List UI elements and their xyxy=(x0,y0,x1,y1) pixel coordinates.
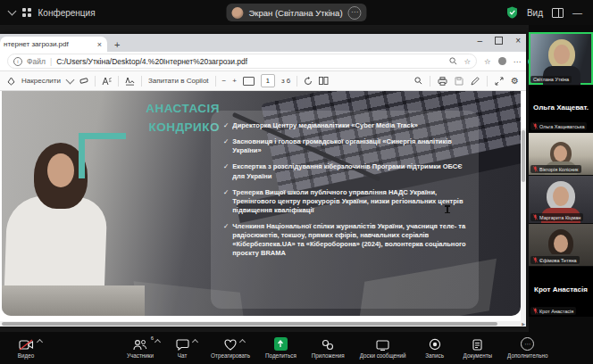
active-share-pill[interactable]: Экран (Світлана Уткіна) ⋯ xyxy=(226,4,366,21)
bio-bullet: ✓Засновниця і голова громадської організ… xyxy=(223,137,466,155)
record-icon xyxy=(429,338,441,351)
vertical-scroll-thumb[interactable] xyxy=(522,130,525,182)
heart-react-icon xyxy=(224,339,237,351)
share-screen-icon xyxy=(274,337,288,351)
mic-muted-icon xyxy=(533,123,538,129)
mic-muted-icon xyxy=(533,166,538,172)
check-icon: ✓ xyxy=(223,137,229,155)
participant-tile[interactable]: Крот Анастасія Крот Анастасія xyxy=(529,267,593,317)
fullscreen-icon[interactable] xyxy=(495,77,504,86)
participant-nametag: Світлана Уткіна xyxy=(530,76,572,83)
participant-tile[interactable]: Світлана Уткіна xyxy=(529,32,593,85)
pdf-settings-gear-icon[interactable]: ⚙ xyxy=(511,76,519,86)
page-view-icon[interactable] xyxy=(319,77,329,85)
highlight-text-icon[interactable] xyxy=(125,77,135,86)
bio-card: ✓Директорка Центру медіааналітики «Cyber… xyxy=(211,111,479,309)
print-icon[interactable] xyxy=(438,77,447,86)
slide-title: АНАСТАСІЯ КОНДРИКО xyxy=(88,100,220,137)
react-button[interactable]: Отреагировать xyxy=(211,337,250,359)
apps-button[interactable]: Приложения xyxy=(312,337,345,359)
video-options-chevron[interactable] xyxy=(36,339,42,345)
rotate-icon[interactable] xyxy=(304,77,313,86)
annotate-icon[interactable] xyxy=(471,77,480,86)
vertical-scrollbar[interactable] xyxy=(521,128,526,321)
document-icon xyxy=(472,339,482,351)
check-icon: ✓ xyxy=(223,162,229,180)
check-icon: ✓ xyxy=(223,222,229,259)
view-layout-icon[interactable] xyxy=(552,8,564,18)
share-screen-button[interactable]: Поделиться xyxy=(265,337,296,359)
participants-button[interactable]: 6 Участники xyxy=(127,337,154,359)
mic-muted-icon xyxy=(533,214,538,220)
react-options-chevron[interactable] xyxy=(239,339,246,345)
window-close-button[interactable]: × xyxy=(515,36,521,46)
search-icon[interactable] xyxy=(449,57,457,65)
pdf-toolbar: Накреслити Запитати в Copilot − + 1 з 6 xyxy=(0,71,526,91)
chat-options-chevron[interactable] xyxy=(192,339,198,345)
pen-nib-icon[interactable] xyxy=(7,77,15,86)
participant-nametag: Маргарита Кіцман xyxy=(530,213,583,221)
check-icon: ✓ xyxy=(223,121,229,130)
docs-button[interactable]: Документы xyxy=(464,337,492,359)
browser-tab-pdf[interactable]: нтернет загрози.pdf × xyxy=(0,37,107,52)
whiteboard-icon xyxy=(376,340,389,351)
url-field[interactable]: i Файл | C:/Users/Уткіна/Desktop/4.%20Ін… xyxy=(7,54,477,69)
participants-count-badge: 6 xyxy=(151,335,154,341)
horizontal-scroll-thumb[interactable] xyxy=(2,322,497,326)
pdf-search-icon[interactable] xyxy=(414,77,422,85)
participant-tile[interactable]: Ольга Хащеват. Ольга Хащеватська xyxy=(529,86,593,132)
bio-bullet: ✓Членкиня Національної спілки журналісті… xyxy=(223,222,466,259)
chat-button[interactable]: Чат xyxy=(169,337,196,359)
participant-tile[interactable]: Вікторія Колісник xyxy=(529,133,593,175)
participant-display-name: Крот Анастасія xyxy=(529,285,593,294)
share-pill-more-icon[interactable]: ⋯ xyxy=(348,6,362,20)
tab-close-icon[interactable]: × xyxy=(97,40,102,49)
participant-tile[interactable]: Маргарита Кіцман xyxy=(529,176,593,223)
page-number-input[interactable]: 1 xyxy=(261,74,275,87)
apps-icon xyxy=(322,339,334,351)
video-off-icon xyxy=(19,339,34,351)
browser-menu-icon[interactable]: ⋯ xyxy=(514,57,522,66)
read-aloud-icon[interactable] xyxy=(102,77,112,86)
security-shield-icon[interactable] xyxy=(506,6,518,19)
participant-tile[interactable]: Єфімова Тетяна xyxy=(529,224,593,266)
draw-button[interactable]: Накреслити xyxy=(21,77,61,85)
more-ellipsis-icon: ⋯ xyxy=(521,337,534,351)
scroll-right-arrow-icon[interactable]: ▶ xyxy=(522,321,525,327)
favorite-star-icon[interactable]: ☆ xyxy=(464,57,471,66)
participant-display-name: Ольга Хащеват. xyxy=(529,103,593,112)
window-minimize-button[interactable]: – xyxy=(478,36,483,46)
minimize-meeting-button[interactable]: — xyxy=(572,7,582,18)
view-menu[interactable]: Вид xyxy=(527,8,543,18)
new-tab-button[interactable]: + xyxy=(114,39,120,50)
meeting-app-menu[interactable]: Конференция xyxy=(38,8,96,18)
avatar xyxy=(231,7,243,19)
check-icon: ✓ xyxy=(223,188,229,215)
save-icon[interactable] xyxy=(455,77,464,86)
participants-options-chevron[interactable] xyxy=(155,339,161,345)
mic-muted-icon xyxy=(533,308,538,314)
draw-dropdown-icon[interactable] xyxy=(65,75,74,84)
fit-to-page-icon[interactable] xyxy=(243,77,255,86)
zoom-in-button[interactable]: + xyxy=(232,77,237,85)
window-restore-button[interactable] xyxy=(495,37,503,45)
participant-nametag: Ольга Хащеватська xyxy=(530,122,587,130)
more-button[interactable]: ⋯ Дополнительно xyxy=(507,337,547,359)
meeting-grid-icon[interactable] xyxy=(22,8,31,17)
chevron-down-icon[interactable] xyxy=(8,7,17,16)
profile-icon[interactable] xyxy=(498,57,506,65)
url-text: C:/Users/Уткіна/Desktop/4.%20Інтернет%20… xyxy=(56,57,247,66)
video-button[interactable]: Видео xyxy=(13,337,39,359)
page-count-label: з 6 xyxy=(281,77,290,85)
favorites-bar-icon[interactable]: ☆ xyxy=(484,57,491,66)
file-scheme-label: Файл xyxy=(27,57,46,66)
zoom-out-button[interactable]: − xyxy=(222,77,227,85)
slide-page: АНАСТАСІЯ КОНДРИКО ✓Директорка Центру ме… xyxy=(2,91,521,316)
whiteboards-button[interactable]: Доски сообщений xyxy=(360,337,406,359)
participants-strip: Світлана Уткіна Ольга Хащеват. Ольга Хащ… xyxy=(529,25,593,332)
page-info-icon[interactable]: i xyxy=(13,57,22,66)
horizontal-scrollbar[interactable]: ▶ xyxy=(0,321,526,327)
ask-copilot-button[interactable]: Запитати в Copilot xyxy=(148,77,209,85)
eraser-icon[interactable] xyxy=(79,77,88,85)
record-button[interactable]: Запись xyxy=(422,337,448,359)
